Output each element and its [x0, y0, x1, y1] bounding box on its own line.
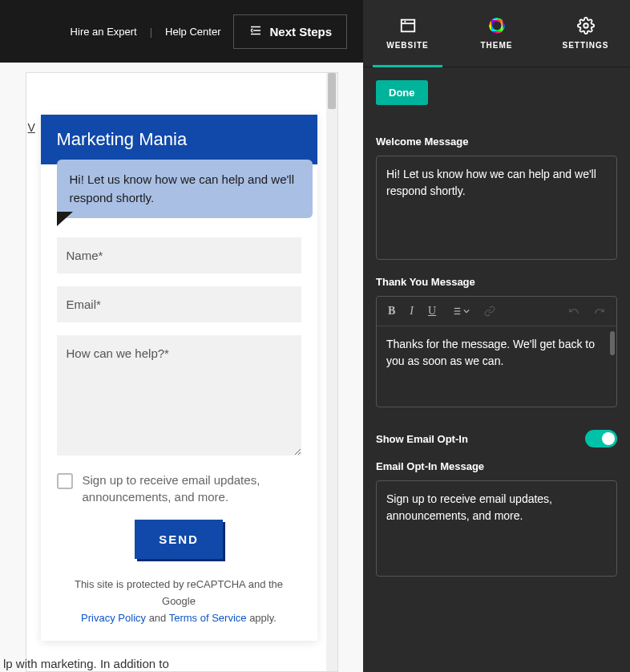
optin-message-label: Email Opt-In Message — [376, 460, 617, 472]
website-icon — [399, 17, 417, 34]
svg-point-3 — [584, 23, 588, 28]
tab-settings-label: SETTINGS — [562, 41, 608, 50]
terms-link[interactable]: Terms of Service — [169, 612, 247, 624]
rte-toolbar: B I U — [377, 297, 616, 326]
overflow-char: V — [28, 121, 35, 134]
list-dropdown-icon[interactable] — [450, 306, 470, 317]
tab-theme-label: THEME — [481, 41, 513, 50]
preview-area: V Marketing Mania Hi! Let us know how we… — [0, 63, 363, 672]
name-input[interactable] — [57, 237, 301, 273]
settings-panel: WEBSITE THEME SETTINGS Done Welcome Mess… — [363, 0, 630, 672]
optin-toggle-row: Show Email Opt-In — [376, 430, 617, 447]
link-icon[interactable] — [484, 306, 495, 317]
recaptcha-notice: This site is protected by reCAPTCHA and … — [57, 577, 301, 626]
welcome-bubble: Hi! Let us know how we can help and we'l… — [57, 160, 313, 218]
gear-icon — [577, 17, 595, 34]
bubble-tail-icon — [57, 212, 73, 226]
separator: | — [150, 26, 152, 38]
underline-icon[interactable]: U — [428, 305, 436, 318]
bubble-container: Hi! Let us know how we can help and we'l… — [41, 164, 317, 223]
email-input[interactable] — [57, 286, 301, 322]
welcome-message-textarea[interactable]: Hi! Let us know how we can help and we'l… — [376, 156, 617, 260]
tab-website[interactable]: WEBSITE — [363, 0, 452, 67]
italic-icon[interactable]: I — [410, 305, 414, 318]
message-textarea[interactable] — [57, 335, 301, 455]
bold-icon[interactable]: B — [388, 305, 395, 318]
privacy-policy-link[interactable]: Privacy Policy — [81, 612, 146, 624]
optin-checkbox[interactable] — [57, 473, 73, 489]
tab-website-label: WEBSITE — [386, 41, 429, 50]
scrollbar-track[interactable] — [326, 73, 337, 671]
send-button[interactable]: SEND — [135, 520, 223, 559]
tab-theme[interactable]: THEME — [452, 0, 541, 67]
panel-tabs: WEBSITE THEME SETTINGS — [363, 0, 630, 67]
scrollbar-thumb[interactable] — [328, 73, 336, 109]
hire-expert-link[interactable]: Hire an Expert — [71, 26, 137, 38]
next-steps-label: Next Steps — [269, 25, 332, 38]
thankyou-editor: B I U Thanks for the message. We'll — [376, 296, 617, 407]
chat-form: Sign up to receive email updates, announ… — [41, 229, 317, 641]
theme-icon — [488, 17, 506, 34]
overflow-text: lp with marketing. In addition to — [0, 655, 172, 672]
list-icon — [248, 23, 263, 40]
apply-text: apply. — [247, 612, 277, 624]
thankyou-content[interactable]: Thanks for the message. We'll get back t… — [377, 326, 616, 407]
done-button[interactable]: Done — [376, 80, 428, 105]
toggle-knob — [602, 432, 615, 445]
svg-rect-0 — [401, 20, 414, 32]
chat-header-title: Marketing Mania — [41, 115, 317, 164]
tab-settings[interactable]: SETTINGS — [541, 0, 630, 67]
thankyou-text: Thanks for the message. We'll get back t… — [386, 338, 595, 367]
next-steps-button[interactable]: Next Steps — [233, 14, 347, 49]
panel-body: Done Welcome Message Hi! Let us know how… — [363, 67, 630, 672]
thankyou-message-label: Thank You Message — [376, 276, 617, 288]
optin-toggle-label: Show Email Opt-In — [376, 433, 468, 445]
rte-scrollbar[interactable] — [610, 331, 615, 355]
and-text: and — [146, 612, 169, 624]
optin-text: Sign up to receive email updates, announ… — [83, 472, 301, 505]
welcome-message-label: Welcome Message — [376, 136, 617, 148]
undo-icon[interactable] — [568, 306, 580, 317]
optin-row: Sign up to receive email updates, announ… — [57, 472, 301, 505]
chat-widget: Marketing Mania Hi! Let us know how we c… — [41, 115, 317, 641]
preview-frame: V Marketing Mania Hi! Let us know how we… — [26, 72, 338, 672]
top-bar: Hire an Expert | Help Center Next Steps — [0, 0, 363, 63]
optin-toggle[interactable] — [585, 430, 617, 447]
preview-panel: Hire an Expert | Help Center Next Steps … — [0, 0, 363, 672]
redo-icon[interactable] — [594, 306, 605, 317]
optin-message-textarea[interactable]: Sign up to receive email updates, announ… — [376, 480, 617, 577]
recaptcha-prefix: This site is protected by reCAPTCHA and … — [75, 578, 283, 607]
help-center-link[interactable]: Help Center — [165, 26, 220, 38]
